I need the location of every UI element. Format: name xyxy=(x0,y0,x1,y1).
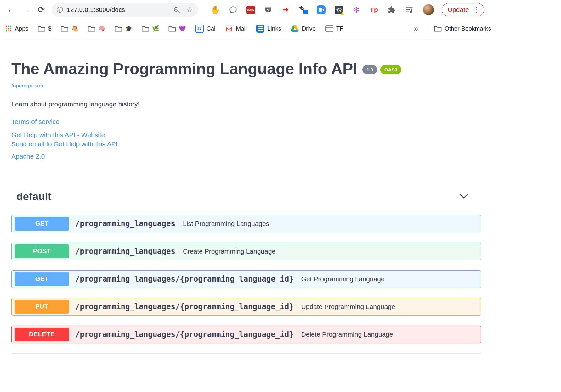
endpoint-path: /programming_languages xyxy=(75,247,175,256)
reload-icon[interactable]: ⟳ xyxy=(35,3,48,16)
cors-extension-icon[interactable]: CORS xyxy=(246,5,255,14)
folder-icon xyxy=(142,25,149,32)
other-bookmarks[interactable]: Other Bookmarks xyxy=(434,25,491,32)
apps-shortcut[interactable]: Apps xyxy=(5,25,28,32)
calendar-icon: 27 xyxy=(196,25,204,33)
section-title: default xyxy=(16,190,51,203)
bookmark-label: 🧠 xyxy=(98,25,105,32)
endpoint-summary: Update Programming Language xyxy=(301,303,395,311)
terms-of-service-link[interactable]: Terms of service xyxy=(11,118,561,126)
extensions-row: ✋ CORS ✎ xyxy=(211,5,414,14)
browser-toolbar: ← → ⟳ ⓘ 127.0.0.1:8000/docs ☆ ✋ CORS xyxy=(0,0,491,20)
bookmark-links[interactable]: Links xyxy=(256,25,281,33)
http-method-badge[interactable]: DELETE xyxy=(15,328,69,341)
bookmark-folder-horse[interactable]: 🐴 xyxy=(61,25,78,32)
endpoint-path: /programming_languages/{programming_lang… xyxy=(75,275,294,283)
endpoint-summary: List Programming Languages xyxy=(183,220,269,227)
links-icon xyxy=(256,25,264,33)
endpoint-path: /programming_languages xyxy=(75,219,175,228)
chrome-update-button[interactable]: Update ⋮ xyxy=(442,3,484,16)
warning-badge xyxy=(340,12,344,15)
zoom-icon[interactable] xyxy=(173,6,180,14)
bookmarks-bar: Apps $ 🐴 🧠 🎓 🌿 💜 27 xyxy=(0,20,491,38)
flower-extension-icon[interactable]: ✻ xyxy=(352,5,361,14)
other-bookmarks-label: Other Bookmarks xyxy=(445,25,491,32)
folder-icon xyxy=(168,25,176,32)
endpoint-path: /programming_languages/{programming_lang… xyxy=(75,302,294,311)
swagger-page: The Amazing Programming Language Info AP… xyxy=(0,38,561,354)
endpoint-row-list-languages[interactable]: GET /programming_languages List Programm… xyxy=(11,215,481,232)
endpoint-row-update-language[interactable]: PUT /programming_languages/{programming_… xyxy=(11,298,481,316)
openapi-json-link[interactable]: /openapi.json xyxy=(11,83,43,89)
picker-pen-extension-icon[interactable]: ✎ xyxy=(299,5,308,14)
endpoint-row-get-language[interactable]: GET /programming_languages/{programming_… xyxy=(11,270,481,288)
http-method-badge[interactable]: PUT xyxy=(15,300,69,314)
endpoint-list: GET /programming_languages List Programm… xyxy=(11,215,561,343)
bookmark-label: Mail xyxy=(236,25,247,32)
bookmark-drive[interactable]: Drive xyxy=(291,25,315,32)
pocket-extension-icon[interactable] xyxy=(264,5,273,14)
folder-icon xyxy=(88,25,95,32)
zoom-video-extension-icon[interactable] xyxy=(316,5,326,14)
forward-icon[interactable]: → xyxy=(20,3,33,16)
section-header-default[interactable]: default xyxy=(11,190,481,209)
bookmark-calendar[interactable]: 27 Cal xyxy=(196,25,216,33)
bookmarks-overflow-chevron[interactable]: » xyxy=(412,24,420,33)
endpoint-summary: Delete Programming Language xyxy=(301,331,393,338)
bookmark-label: Cal xyxy=(207,25,216,32)
url-text[interactable]: 127.0.0.1:8000/docs xyxy=(67,6,173,14)
bookmark-folder-heart[interactable]: 💜 xyxy=(168,25,186,32)
bookmark-star-icon[interactable]: ☆ xyxy=(186,5,193,14)
bookmark-label: Links xyxy=(267,25,281,32)
update-label: Update xyxy=(448,6,469,14)
kebab-menu-icon[interactable]: ⋮ xyxy=(473,6,480,14)
folder-icon xyxy=(38,25,45,32)
http-method-badge[interactable]: GET xyxy=(15,217,69,231)
bookmarks-right-group: » Other Bookmarks xyxy=(412,24,491,33)
bookmark-label: 🎓 xyxy=(125,25,132,32)
endpoint-row-delete-language[interactable]: DELETE /programming_languages/{programmi… xyxy=(11,326,481,343)
playlist-music-icon[interactable] xyxy=(405,5,414,14)
bookmark-label: 🌿 xyxy=(152,25,159,32)
redirect-arrow-extension-icon[interactable] xyxy=(281,5,291,14)
bookmark-label: $ xyxy=(48,25,51,32)
chevron-down-icon[interactable] xyxy=(459,194,468,199)
profile-avatar[interactable] xyxy=(423,4,434,15)
apps-grid-icon xyxy=(5,25,12,32)
folder-icon xyxy=(61,25,68,32)
http-method-badge[interactable]: GET xyxy=(15,272,69,286)
puzzle-extensions-icon[interactable] xyxy=(387,5,396,14)
help-email-link[interactable]: Send email to Get Help with this API xyxy=(11,140,561,148)
endpoint-row-create-language[interactable]: POST /programming_languages Create Progr… xyxy=(11,243,481,260)
chat-bubble-extension-icon[interactable] xyxy=(228,5,238,14)
bookmark-folder-school[interactable]: 🎓 xyxy=(115,25,132,32)
endpoint-path: /programming_languages/{programming_lang… xyxy=(75,330,294,339)
endpoint-summary: Create Programming Language xyxy=(183,248,275,255)
tf-icon xyxy=(325,25,333,32)
atom-extension-icon[interactable] xyxy=(334,5,343,14)
gmail-icon xyxy=(225,25,233,32)
bookmark-folder-money[interactable]: $ xyxy=(38,25,51,32)
http-method-badge[interactable]: POST xyxy=(15,244,69,258)
bookmark-label: TF xyxy=(336,25,343,32)
bookmark-label: 🐴 xyxy=(71,25,78,32)
stop-hand-extension-icon[interactable]: ✋ xyxy=(211,5,220,14)
bookmark-label: 💜 xyxy=(179,25,186,32)
folder-icon xyxy=(115,25,122,32)
bookmark-tf[interactable]: TF xyxy=(325,25,343,32)
back-icon[interactable]: ← xyxy=(4,3,18,16)
version-badge: 1.0 xyxy=(362,65,377,74)
folder-icon xyxy=(434,25,442,32)
tp-extension-icon[interactable]: Tp xyxy=(369,5,379,14)
bookmark-label: Apps xyxy=(15,25,28,32)
site-info-icon[interactable]: ⓘ xyxy=(57,6,63,14)
endpoint-summary: Get Programming Language xyxy=(301,275,385,283)
bookmark-folder-herb[interactable]: 🌿 xyxy=(142,25,159,32)
bookmark-folder-brain[interactable]: 🧠 xyxy=(88,25,105,32)
license-link[interactable]: Apache 2.0 xyxy=(11,153,561,160)
bookmark-mail[interactable]: Mail xyxy=(225,25,247,32)
bookmark-label: Drive xyxy=(302,25,315,32)
help-website-link[interactable]: Get Help with this API - Website xyxy=(11,131,561,139)
address-bar[interactable]: ⓘ 127.0.0.1:8000/docs ☆ xyxy=(52,3,198,17)
oas3-badge: OAS3 xyxy=(380,65,401,74)
